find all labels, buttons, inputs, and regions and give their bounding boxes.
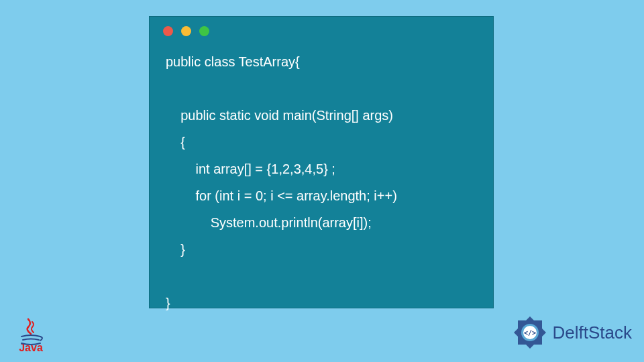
code-block: public class TestArray{ public static vo… xyxy=(150,42,493,316)
java-logo: Java xyxy=(12,318,50,354)
java-cup-icon xyxy=(16,318,46,341)
close-icon xyxy=(163,26,173,36)
svg-text:</>: </> xyxy=(523,329,535,337)
maximize-icon xyxy=(199,26,209,36)
delftstack-gear-icon: </> xyxy=(511,314,549,351)
code-window: public class TestArray{ public static vo… xyxy=(149,16,494,308)
traffic-lights xyxy=(150,17,493,42)
minimize-icon xyxy=(181,26,191,36)
delftstack-logo: </> DelftStack xyxy=(511,314,633,351)
delftstack-logo-label: DelftStack xyxy=(553,322,633,343)
